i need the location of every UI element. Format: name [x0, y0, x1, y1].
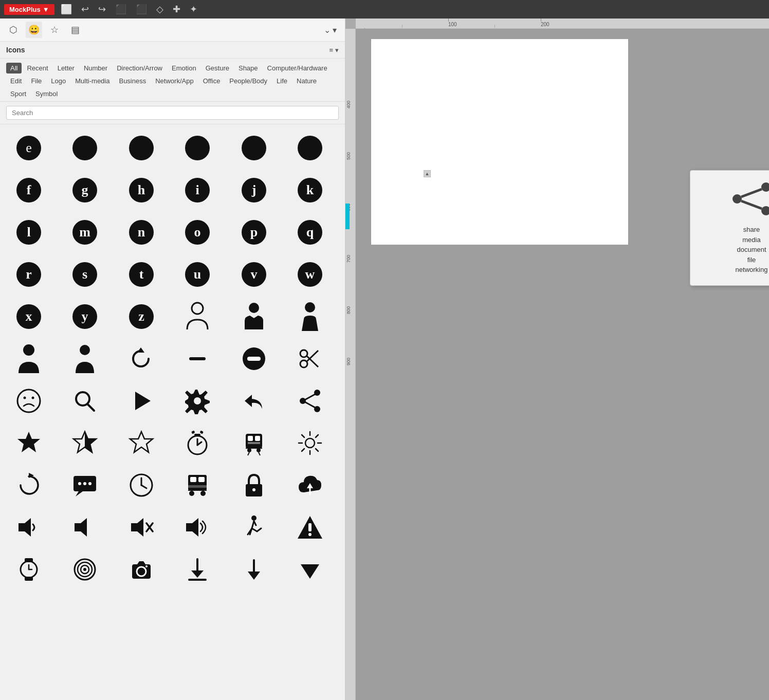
- cat-tab-letter[interactable]: Letter: [53, 63, 79, 73]
- cat-tab-all[interactable]: All: [6, 63, 22, 73]
- icon-cell-star-outline[interactable]: [117, 422, 166, 464]
- icon-cell-upload-cloud[interactable]: [286, 465, 335, 506]
- icon-cell[interactable]: [173, 127, 222, 169]
- cat-tab-gesture[interactable]: Gesture: [202, 63, 233, 73]
- cat-tab-computer[interactable]: Computer/Hardware: [263, 63, 332, 73]
- icon-cell-sad-face[interactable]: [4, 380, 53, 421]
- icon-cell-clock[interactable]: [117, 465, 166, 506]
- icon-cell-lock[interactable]: [229, 465, 278, 506]
- icon-cell-n[interactable]: n: [117, 212, 166, 253]
- icon-cell-f[interactable]: f: [4, 170, 53, 211]
- cat-tab-nature[interactable]: Nature: [292, 76, 321, 86]
- icon-cell-person-suit[interactable]: [229, 296, 278, 337]
- icon-cell-l[interactable]: l: [4, 212, 53, 253]
- icon-cell-m[interactable]: m: [61, 212, 109, 253]
- icon-cell-person-outline[interactable]: [173, 296, 222, 337]
- icon-cell-person-female[interactable]: [286, 296, 335, 337]
- icon-cell-w[interactable]: w: [286, 254, 335, 295]
- cat-tab-symbol[interactable]: Symbol: [31, 88, 62, 99]
- icon-cell-volume-mute2[interactable]: [61, 507, 109, 548]
- icon-cell-chat[interactable]: [61, 465, 109, 506]
- icon-cell-q[interactable]: q: [286, 212, 335, 253]
- icon-cell-u[interactable]: u: [173, 254, 222, 295]
- icon-cell-star-half[interactable]: [61, 422, 109, 464]
- icon-cell-z[interactable]: z: [117, 296, 166, 337]
- icon-cell-x[interactable]: x: [4, 296, 53, 337]
- cat-tab-people[interactable]: People/Body: [225, 76, 271, 86]
- icon-cell-play[interactable]: [117, 380, 166, 421]
- icon-cell-minus-line[interactable]: [173, 338, 222, 379]
- toolbar-icon-6[interactable]: ✚: [170, 0, 184, 19]
- toolbar-icon-1[interactable]: ⬜: [58, 0, 75, 19]
- icon-cell-j[interactable]: j: [229, 170, 278, 211]
- cat-tab-direction[interactable]: Direction/Arrow: [113, 63, 167, 73]
- tab-library[interactable]: ▤: [67, 22, 83, 38]
- tab-favorites[interactable]: ☆: [46, 22, 63, 38]
- toolbar-icon-3[interactable]: ⬛: [112, 0, 130, 19]
- toolbar-icon-7[interactable]: ✦: [187, 0, 200, 19]
- scroll-arrow-up[interactable]: ▲: [424, 170, 431, 177]
- icon-cell-timer[interactable]: [173, 422, 222, 464]
- icon-cell[interactable]: [61, 127, 109, 169]
- icon-cell-down-arrow[interactable]: [229, 549, 278, 590]
- cat-tab-shape[interactable]: Shape: [234, 63, 262, 73]
- icon-cell-down-triangle[interactable]: [286, 549, 335, 590]
- icon-cell-h[interactable]: h: [117, 170, 166, 211]
- icon-cell-bus[interactable]: [173, 465, 222, 506]
- icon-cell-minus-circle[interactable]: [229, 338, 278, 379]
- icon-cell-person2[interactable]: [61, 338, 109, 379]
- icon-cell-walk[interactable]: [229, 507, 278, 548]
- icon-cell-i[interactable]: i: [173, 170, 222, 211]
- icon-cell-radio[interactable]: [61, 549, 109, 590]
- icon-cell-g[interactable]: g: [61, 170, 109, 211]
- icon-cell-share[interactable]: [286, 380, 335, 421]
- tab-shapes[interactable]: ⬡: [5, 22, 22, 38]
- icon-cell[interactable]: [286, 127, 335, 169]
- icon-cell[interactable]: e: [4, 127, 53, 169]
- icon-cell-camera[interactable]: [117, 549, 166, 590]
- cat-tab-logo[interactable]: Logo: [47, 76, 70, 86]
- icon-cell-p[interactable]: p: [229, 212, 278, 253]
- icons-header-actions[interactable]: ≡ ▾: [329, 46, 339, 54]
- cat-tab-recent[interactable]: Recent: [23, 63, 52, 73]
- icon-cell-sun[interactable]: [286, 422, 335, 464]
- toolbar-icon-4[interactable]: ⬛: [133, 0, 150, 19]
- icon-cell-t[interactable]: t: [117, 254, 166, 295]
- icon-cell-refresh2[interactable]: [4, 465, 53, 506]
- icon-cell-scissors[interactable]: [286, 338, 335, 379]
- icon-cell-y[interactable]: y: [61, 296, 109, 337]
- icon-cell[interactable]: [229, 127, 278, 169]
- search-input[interactable]: [6, 106, 339, 120]
- icon-cell-subway[interactable]: [229, 422, 278, 464]
- icon-cell-watch[interactable]: [4, 549, 53, 590]
- panel-expand-button[interactable]: ⌄ ▾: [321, 23, 340, 37]
- cat-tab-life[interactable]: Life: [272, 76, 291, 86]
- cat-tab-network[interactable]: Network/App: [151, 76, 197, 86]
- icon-cell-person1[interactable]: [4, 338, 53, 379]
- cat-tab-office[interactable]: Office: [199, 76, 225, 86]
- cat-tab-edit[interactable]: Edit: [6, 76, 26, 86]
- tab-emoji[interactable]: 😀: [26, 22, 42, 38]
- icon-cell-warning[interactable]: [286, 507, 335, 548]
- brand-button[interactable]: MockPlus ▼: [4, 4, 54, 15]
- toolbar-icon-redo[interactable]: ↪: [95, 0, 109, 19]
- icon-cell-download-arrow[interactable]: [173, 549, 222, 590]
- icon-cell-k[interactable]: k: [286, 170, 335, 211]
- icon-cell-v[interactable]: v: [229, 254, 278, 295]
- icon-cell-star-filled[interactable]: [4, 422, 53, 464]
- icon-cell-settings[interactable]: [173, 380, 222, 421]
- cat-tab-emotion[interactable]: Emotion: [168, 63, 200, 73]
- icon-cell-volume-low[interactable]: [4, 507, 53, 548]
- toolbar-icon-undo[interactable]: ↩: [78, 0, 92, 19]
- icon-cell-volume-high[interactable]: [173, 507, 222, 548]
- icon-cell-refresh[interactable]: [117, 338, 166, 379]
- icon-cell-s[interactable]: s: [61, 254, 109, 295]
- icon-cell[interactable]: [117, 127, 166, 169]
- cat-tab-multimedia[interactable]: Multi-media: [71, 76, 114, 86]
- icon-cell-search[interactable]: [61, 380, 109, 421]
- icon-cell-o[interactable]: o: [173, 212, 222, 253]
- canvas-surface[interactable]: [356, 29, 769, 700]
- cat-tab-sport[interactable]: Sport: [6, 88, 30, 99]
- icon-cell-no-sound[interactable]: [117, 507, 166, 548]
- canvas-page[interactable]: [371, 39, 628, 245]
